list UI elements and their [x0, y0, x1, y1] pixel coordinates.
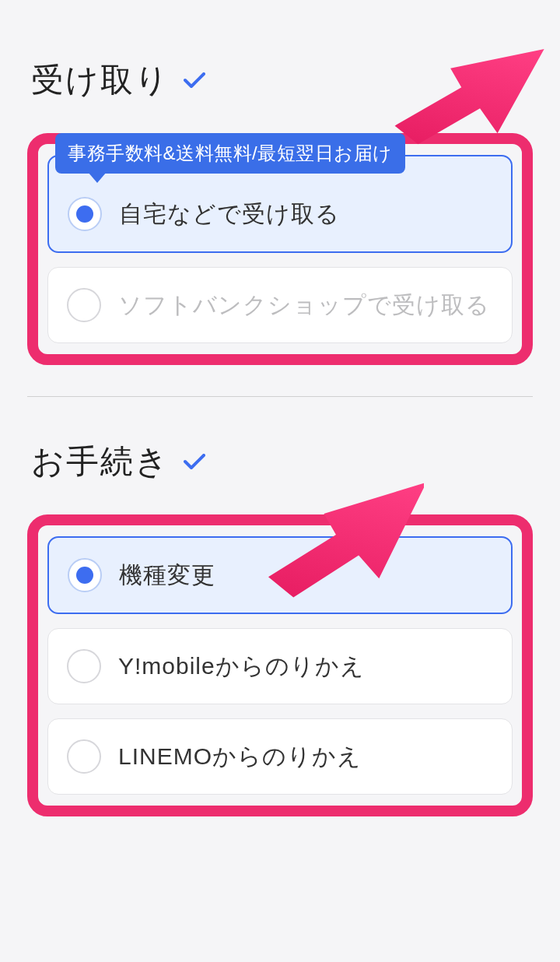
option-label: 自宅などで受け取る — [119, 198, 340, 230]
radio-icon — [67, 739, 101, 774]
promo-badge: 事務手数料&送料無料/最短翌日お届け — [55, 133, 405, 174]
radio-icon — [67, 288, 101, 322]
option-label: Y!mobileからのりかえ — [118, 651, 365, 683]
divider — [27, 396, 533, 397]
section-title-text: お手続き — [31, 440, 170, 483]
option-procedure-from-linemo[interactable]: LINEMOからのりかえ — [47, 718, 513, 795]
annotation-frame-delivery: 事務手数料&送料無料/最短翌日お届け 自宅などで受け取る ソフトバンクショップで… — [27, 133, 533, 365]
option-delivery-home[interactable]: 事務手数料&送料無料/最短翌日お届け 自宅などで受け取る — [47, 155, 513, 253]
radio-icon — [68, 197, 102, 231]
annotation-frame-procedure: 機種変更 Y!mobileからのりかえ LINEMOからのりかえ — [27, 514, 533, 816]
section-title-text: 受け取り — [31, 58, 170, 102]
option-delivery-shop[interactable]: ソフトバンクショップで受け取る — [47, 267, 513, 343]
radio-icon — [67, 649, 101, 683]
option-label: 機種変更 — [119, 560, 215, 592]
check-icon — [184, 454, 205, 469]
option-procedure-model-change[interactable]: 機種変更 — [47, 536, 513, 614]
radio-icon — [68, 558, 102, 592]
section-title-procedure: お手続き — [31, 440, 533, 483]
check-icon — [184, 72, 205, 88]
promo-badge-text: 事務手数料&送料無料/最短翌日お届け — [68, 142, 393, 163]
option-procedure-from-ymobile[interactable]: Y!mobileからのりかえ — [47, 628, 513, 704]
section-title-delivery: 受け取り — [31, 58, 533, 102]
option-label: ソフトバンクショップで受け取る — [118, 290, 490, 321]
option-label: LINEMOからのりかえ — [118, 741, 362, 773]
